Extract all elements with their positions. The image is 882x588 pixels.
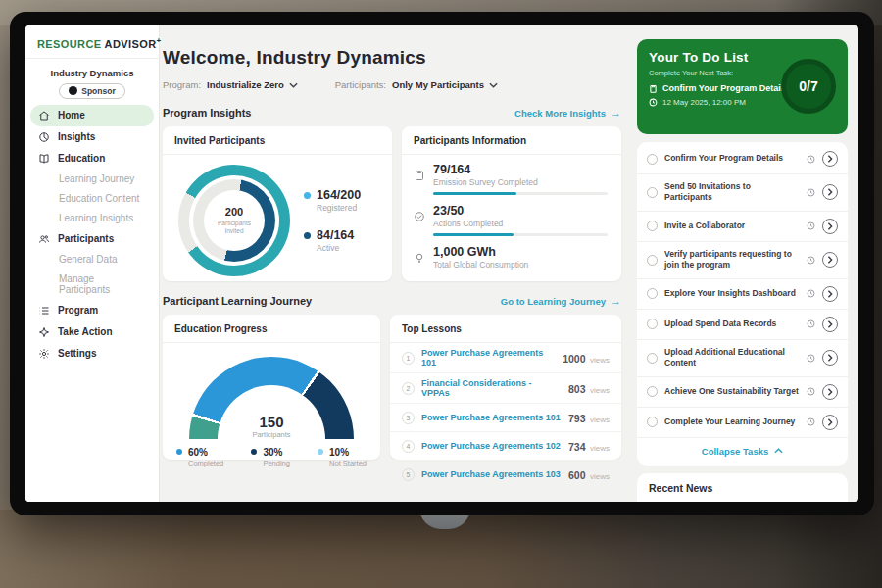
- info-stat-survey: 79/164Emission Survey Completed: [414, 163, 608, 195]
- sidebar-item-take-action[interactable]: Take Action: [25, 321, 159, 343]
- clock-icon: [807, 354, 815, 363]
- lesson-link[interactable]: Power Purchase Agreements 101: [421, 348, 556, 368]
- task-checkbox[interactable]: [647, 288, 658, 299]
- dashboard-screen: RESOURCE ADVISOR+ Industry Dynamics Spon…: [25, 25, 858, 502]
- task-open-button[interactable]: [822, 184, 838, 200]
- lesson-link[interactable]: Power Purchase Agreements 102: [421, 441, 562, 451]
- task-open-button[interactable]: [822, 415, 838, 430]
- legend-dot: [304, 232, 311, 239]
- take-action-icon: [38, 326, 50, 338]
- lesson-link[interactable]: Power Purchase Agreements 101: [421, 413, 562, 422]
- todo-panel: Your To Do List Complete Your Next Task:…: [637, 39, 848, 502]
- lesson-rank-badge: 1: [402, 352, 415, 365]
- stat-label: Emission Survey Completed: [433, 177, 608, 187]
- sidebar-item-education-content[interactable]: Education Content: [25, 189, 159, 209]
- task-checkbox[interactable]: [647, 318, 658, 329]
- sidebar-item-label: Learning Insights: [59, 213, 133, 223]
- task-checkbox[interactable]: [647, 154, 658, 165]
- gauge-center-label: Participants: [189, 430, 354, 439]
- todo-task-row[interactable]: Confirm Your Program Details: [637, 144, 848, 174]
- go-to-learning-journey-link[interactable]: Go to Learning Journey: [501, 295, 621, 307]
- todo-task-row[interactable]: Upload Additional Educational Content: [637, 340, 848, 377]
- clipboard-icon: [649, 84, 658, 93]
- program-insights-header: Program Insights Check More Insights: [163, 107, 621, 119]
- page-title: Welcome, Industry Dynamics: [163, 47, 633, 69]
- task-open-button[interactable]: [822, 151, 838, 167]
- check-more-insights-link[interactable]: Check More Insights: [514, 107, 621, 119]
- participants-filter-dropdown[interactable]: Only My Participants: [392, 79, 498, 90]
- lesson-views: 600 views: [568, 466, 610, 483]
- program-insights-title: Program Insights: [163, 107, 251, 119]
- education-progress-legend: 60%Completed30%Pending10%Not Started: [163, 439, 380, 467]
- sidebar-item-learning-insights[interactable]: Learning Insights: [25, 209, 159, 228]
- education-progress-card: Education Progress 150 Participants 60%C…: [163, 315, 380, 460]
- education-progress-legend-item: 60%Completed: [176, 447, 223, 467]
- lesson-views-value: 1000: [563, 353, 585, 365]
- collapse-tasks-link[interactable]: Collapse Tasks: [637, 438, 848, 464]
- invited-center-value: 200: [225, 206, 243, 218]
- legend-label: Active: [317, 243, 354, 253]
- legend-label: Completed: [188, 459, 223, 467]
- task-checkbox[interactable]: [647, 386, 658, 397]
- photo-background: RESOURCE ADVISOR+ Industry Dynamics Spon…: [0, 0, 882, 588]
- sidebar-item-insights[interactable]: Insights: [25, 126, 159, 148]
- task-checkbox[interactable]: [647, 416, 658, 427]
- lesson-views: 734 views: [568, 437, 610, 455]
- todo-task-row[interactable]: Invite a Collaborator: [637, 212, 848, 242]
- task-checkbox[interactable]: [647, 187, 658, 198]
- program-filter-value: Industrialize Zero: [207, 79, 284, 90]
- lesson-link[interactable]: Financial Considerations - VPPAs: [421, 378, 562, 398]
- sidebar-item-learning-journey[interactable]: Learning Journey: [25, 170, 159, 189]
- task-checkbox[interactable]: [647, 220, 658, 231]
- todo-task-row[interactable]: Achieve One Sustainability Target: [637, 377, 848, 408]
- sidebar-item-general-data[interactable]: General Data: [25, 250, 159, 270]
- filter-bar: Program: Industrialize Zero Participants…: [163, 79, 633, 90]
- sidebar-item-participants[interactable]: Participants: [25, 228, 159, 250]
- task-open-button[interactable]: [822, 286, 838, 302]
- sidebar-item-program[interactable]: Program: [25, 300, 159, 321]
- stat-progress-fill: [433, 192, 516, 195]
- legend-value: 30%: [263, 447, 290, 458]
- todo-progress-value: 0/7: [799, 78, 817, 94]
- check-more-insights-label: Check More Insights: [514, 108, 606, 119]
- arrow-right-icon: [606, 296, 621, 307]
- sidebar-item-label: Learning Journey: [59, 173, 134, 184]
- sidebar-item-settings[interactable]: Settings: [25, 343, 159, 365]
- clock-icon: [807, 387, 815, 396]
- sidebar-item-manage-participants[interactable]: Manage Participants: [25, 270, 159, 300]
- sidebar-item-education[interactable]: Education: [25, 148, 159, 170]
- task-label: Upload Additional Educational Content: [664, 347, 800, 369]
- lesson-rank-badge: 3: [402, 412, 415, 424]
- top-lessons-list: 1Power Purchase Agreements 1011000 views…: [390, 343, 621, 488]
- lesson-views-value: 793: [568, 413, 586, 424]
- task-checkbox[interactable]: [647, 353, 658, 364]
- sidebar-menu: HomeInsightsEducationLearning JourneyEdu…: [25, 105, 159, 365]
- stat-progress-bar: [433, 233, 608, 236]
- todo-task-row[interactable]: Send 50 Invitations to Participants: [637, 174, 848, 212]
- program-filter-dropdown[interactable]: Industrialize Zero: [207, 79, 298, 90]
- clock-icon: [807, 188, 815, 197]
- legend-label: Registered: [317, 203, 361, 213]
- top-lessons-title: Top Lessons: [390, 315, 621, 343]
- lesson-link[interactable]: Power Purchase Agreements 103: [421, 469, 562, 479]
- clock-icon: [807, 155, 815, 164]
- task-open-button[interactable]: [822, 252, 838, 268]
- todo-hero-card: Your To Do List Complete Your Next Task:…: [637, 39, 848, 134]
- task-open-button[interactable]: [822, 317, 838, 332]
- task-open-button[interactable]: [822, 384, 838, 400]
- clock-icon: [807, 417, 815, 426]
- sponsor-badge[interactable]: Sponsor: [59, 83, 124, 99]
- recent-news-card: Recent News: [637, 473, 848, 502]
- sidebar-item-home[interactable]: Home: [30, 105, 154, 126]
- brand-secondary: ADVISOR: [105, 38, 157, 50]
- gauge-center-value: 150: [189, 414, 354, 430]
- task-checkbox[interactable]: [647, 255, 658, 266]
- recent-news-title: Recent News: [649, 482, 836, 502]
- todo-task-row[interactable]: Upload Spend Data Records: [637, 310, 848, 340]
- task-open-button[interactable]: [822, 219, 838, 234]
- lesson-views-suffix: views: [590, 472, 610, 481]
- task-open-button[interactable]: [822, 350, 838, 366]
- todo-task-row[interactable]: Verify participants requesting to join t…: [637, 242, 848, 279]
- todo-task-row[interactable]: Complete Your Learning Journey: [637, 408, 848, 438]
- todo-task-row[interactable]: Explore Your Insights Dashboard: [637, 279, 848, 310]
